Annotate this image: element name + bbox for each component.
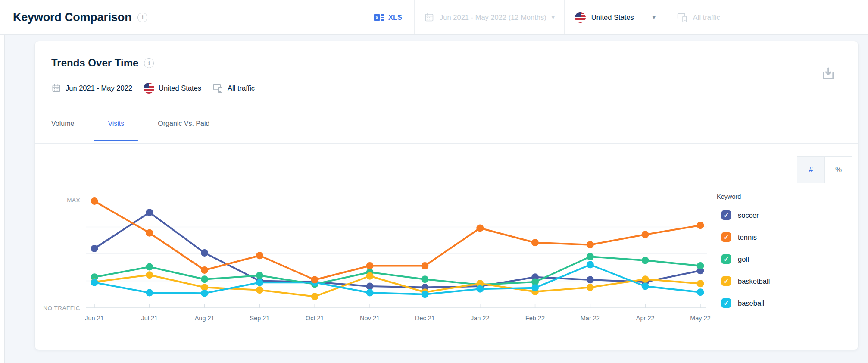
legend-title: Keyword [717,193,846,200]
data-point-tennis-Jun-21[interactable] [91,197,98,205]
data-point-basketball-Jul-21[interactable] [146,271,153,279]
card-date-range: Jun 2021 - May 2022 [66,84,132,92]
data-point-soccer-Aug-21[interactable] [201,249,208,257]
data-point-tennis-Dec-21[interactable] [421,262,428,269]
data-point-basketball-Nov-21[interactable] [366,272,374,280]
data-point-tennis-Oct-21[interactable] [311,276,318,284]
x-axis-label: Aug 21 [195,315,215,322]
data-point-baseball-Jun-21[interactable] [91,279,98,286]
tab-volume[interactable]: Volume [51,120,74,141]
tab-organic-vs-paid[interactable]: Organic Vs. Paid [158,120,209,141]
unit-toggle-number[interactable]: # [797,156,825,183]
legend-item-soccer[interactable]: ✓soccer [721,210,846,220]
checkbox-tennis[interactable]: ✓ [721,232,731,242]
info-icon[interactable]: i [144,58,154,68]
checkbox-basketball[interactable]: ✓ [721,276,731,286]
legend-item-tennis[interactable]: ✓tennis [721,232,846,242]
export-xls-button[interactable]: x XLS [370,0,414,34]
data-point-tennis-Feb-22[interactable] [531,239,539,246]
chart-tabs: VolumeVisitsOrganic Vs. Paid [51,120,209,141]
data-point-golf-Apr-22[interactable] [642,257,649,264]
x-axis-label: Mar 22 [581,315,600,322]
data-point-tennis-May-22[interactable] [697,222,704,229]
page-title: Keyword Comparison [13,11,131,24]
data-point-tennis-Aug-21[interactable] [201,266,208,274]
data-point-tennis-Mar-22[interactable] [587,241,594,248]
tab-visits[interactable]: Visits [108,120,124,141]
x-axis-label: Jan 22 [471,315,490,322]
top-header-bar: Keyword Comparison i x XLS [0,0,868,35]
download-tray-icon [820,66,837,82]
series-line-baseball [94,265,700,294]
download-chart-button[interactable] [819,65,837,83]
legend-label: tennis [738,233,757,241]
data-point-baseball-Sep-21[interactable] [256,279,263,286]
x-axis-label: Dec 21 [415,315,435,322]
data-point-soccer-Nov-21[interactable] [366,283,374,290]
legend-label: soccer [738,211,759,219]
checkbox-soccer[interactable]: ✓ [721,210,731,220]
data-point-basketball-Sep-21[interactable] [256,286,263,294]
x-axis-label: Jul 21 [141,315,158,322]
legend-label: basketball [738,277,770,285]
data-point-baseball-May-22[interactable] [697,288,704,296]
x-axis-label: May 22 [690,315,711,322]
country-dropdown[interactable]: United States ▾ [564,0,666,34]
calendar-icon [51,83,61,93]
data-point-golf-Dec-21[interactable] [421,275,428,283]
calendar-icon [424,12,434,22]
data-point-soccer-Jul-21[interactable] [146,209,153,216]
data-point-tennis-Nov-21[interactable] [366,262,374,269]
data-point-basketball-Apr-22[interactable] [642,275,649,283]
checkbox-golf[interactable]: ✓ [721,254,731,264]
data-point-baseball-Nov-21[interactable] [366,289,374,297]
data-point-tennis-Jul-21[interactable] [146,229,153,237]
data-point-golf-Aug-21[interactable] [201,275,208,283]
card-country: United States [159,84,201,92]
tabs-divider [35,143,858,144]
x-axis-label: Feb 22 [525,315,545,322]
data-point-baseball-Apr-22[interactable] [642,283,649,290]
data-point-tennis-Jan-22[interactable] [476,225,484,232]
chart-legend: Keyword ✓soccer✓tennis✓golf✓basketball✓b… [717,193,846,320]
data-point-golf-Mar-22[interactable] [587,253,594,260]
desktop-mobile-icon [212,83,223,94]
data-point-baseball-Aug-21[interactable] [201,290,208,297]
data-point-baseball-Mar-22[interactable] [587,261,594,269]
info-icon[interactable]: i [137,13,147,22]
legend-label: baseball [738,299,764,307]
legend-item-golf[interactable]: ✓golf [721,254,846,264]
country-label: United States [591,13,634,22]
checkbox-baseball[interactable]: ✓ [721,298,731,308]
x-axis-label: Sep 21 [250,315,269,322]
y-axis-max-label: MAX [67,197,80,203]
unit-toggle-percent[interactable]: % [825,156,852,183]
traffic-type-control[interactable]: All traffic [666,0,731,34]
x-axis-label: Oct 21 [306,315,324,322]
data-point-baseball-Dec-21[interactable] [421,291,428,298]
chevron-down-icon: ▾ [653,14,656,20]
legend-item-basketball[interactable]: ✓basketball [721,276,846,286]
data-point-soccer-Mar-22[interactable] [587,276,594,284]
data-point-baseball-Jan-22[interactable] [476,285,484,293]
keyword-comparison-page: Keyword Comparison i x XLS [0,0,868,363]
data-point-soccer-Jun-21[interactable] [91,245,98,252]
legend-item-baseball[interactable]: ✓baseball [721,298,846,308]
x-axis-label: Jun 21 [85,315,104,322]
x-axis-label: Nov 21 [360,315,380,322]
data-point-baseball-Feb-22[interactable] [531,284,539,291]
data-point-golf-Sep-21[interactable] [256,272,263,279]
data-point-golf-May-22[interactable] [697,262,704,269]
data-point-baseball-Jul-21[interactable] [146,289,153,297]
date-range-dropdown[interactable]: Jun 2021 - May 2022 (12 Months) ▾ [414,0,564,34]
data-point-tennis-Apr-22[interactable] [642,231,649,238]
data-point-basketball-Oct-21[interactable] [311,293,318,300]
date-range-label: Jun 2021 - May 2022 (12 Months) [440,13,546,22]
card-traffic-type: All traffic [228,84,255,92]
data-point-basketball-May-22[interactable] [697,280,704,287]
card-title: Trends Over Time [51,57,138,69]
series-line-tennis [94,201,700,280]
data-point-tennis-Sep-21[interactable] [256,252,263,259]
data-point-basketball-Mar-22[interactable] [587,284,594,291]
data-point-golf-Jul-21[interactable] [146,263,153,271]
